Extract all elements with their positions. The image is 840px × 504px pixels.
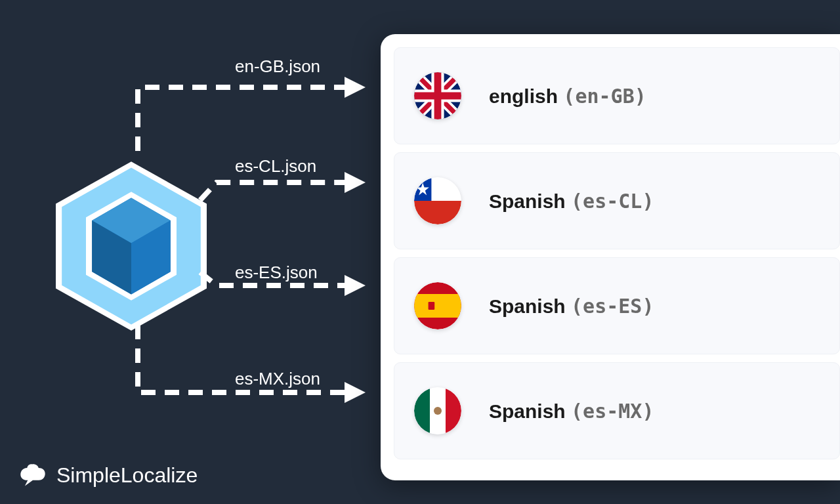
svg-point-26 xyxy=(434,407,442,415)
svg-marker-7 xyxy=(345,77,366,98)
locale-row-engb: english (en-GB) xyxy=(394,47,840,144)
arrow-esmx xyxy=(128,322,371,407)
flag-es-icon xyxy=(414,282,461,329)
svg-rect-25 xyxy=(446,387,461,434)
svg-rect-15 xyxy=(414,201,461,224)
locale-label-eses: Spanish (es-ES) xyxy=(489,295,654,318)
svg-marker-8 xyxy=(345,172,366,193)
svg-rect-20 xyxy=(414,294,461,318)
arrow-escl xyxy=(197,171,371,203)
svg-marker-9 xyxy=(345,275,366,296)
svg-rect-21 xyxy=(429,302,435,310)
brand-logo: SimpleLocalize xyxy=(18,461,198,490)
speech-cloud-icon xyxy=(18,461,47,490)
locale-row-esmx: Spanish (es-MX) xyxy=(394,362,840,459)
arrow-eses xyxy=(197,269,371,302)
flag-cl-icon xyxy=(414,177,461,224)
locale-label-engb: english (en-GB) xyxy=(489,85,646,108)
file-label-engb: en-GB.json xyxy=(235,56,320,77)
svg-marker-10 xyxy=(345,382,366,403)
locale-row-eses: Spanish (es-ES) xyxy=(394,257,840,354)
svg-rect-23 xyxy=(414,387,430,434)
brand-text: SimpleLocalize xyxy=(56,463,198,488)
flag-gb-icon xyxy=(414,72,461,119)
locale-panel: english (en-GB) Spanish (es-CL) xyxy=(381,34,840,480)
locale-label-escl: Spanish (es-CL) xyxy=(489,190,654,213)
webpack-cube-icon xyxy=(56,161,207,334)
arrow-engb xyxy=(128,75,371,154)
locale-label-esmx: Spanish (es-MX) xyxy=(489,400,654,423)
locale-row-escl: Spanish (es-CL) xyxy=(394,152,840,249)
flag-mx-icon xyxy=(414,387,461,434)
